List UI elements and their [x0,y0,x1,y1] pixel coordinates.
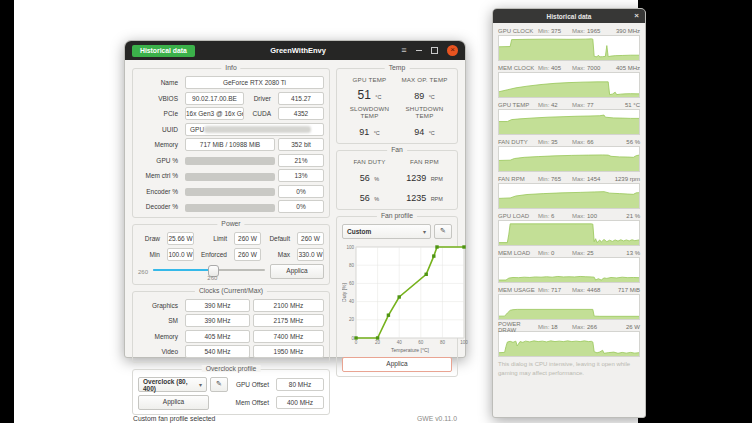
statusbar: Custom fan profile selected GWE v0.11.0 [125,415,465,422]
gpu-usage-bar [185,157,275,165]
graph-current: 51 °C [610,102,640,108]
uuid-label: UUID [138,124,182,135]
history-graph-row: MEM USAGE Min: 717 Max: 4468 717 MiB [498,285,640,320]
overclock-section-title: Overclock profile [202,365,261,372]
graph-max: 4468 [587,287,610,293]
power-default-value: 260 W [297,232,324,245]
power-draw-value: 25.66 W [167,232,194,245]
history-graph-row: MEM CLOCK Min: 405 Max: 7000 405 MHz [498,63,640,98]
graph-min: 18 [551,324,572,330]
historical-data-window: Historical data × GPU CLOCK Min: 375 Max… [492,8,646,418]
gpu-usage-label: GPU % [138,155,182,166]
decoder-usage-label: Decoder % [138,201,182,212]
overclock-apply-button[interactable]: Applica [138,395,209,410]
uuid-prefix: GPU [190,124,204,135]
max-op-temp-label: MAX OP. TEMP [397,76,452,83]
info-section-title: Info [221,64,240,71]
graph-min: 35 [551,139,572,145]
clock-current: 390 MHz [185,299,250,312]
memctrl-usage-label: Mem ctrl % [138,170,182,181]
gpu-clock-history-chart [498,35,640,61]
app-version: GWE v0.11.0 [417,415,457,422]
temp-section: Temp GPU TEMP MAX OP. TEMP 51 °C 89 °C S… [336,68,458,144]
clock-max: 7400 MHz [253,330,324,343]
fan-duty-label: FAN DUTY [342,158,397,165]
svg-text:40: 40 [349,299,355,304]
svg-text:20: 20 [349,317,355,322]
history-graph-row: MEM LOAD Min: 0 Max: 25 13 % [498,248,640,283]
driver-value: 415.27 [278,92,324,105]
power-min-label: Min [138,249,164,260]
svg-text:100: 100 [346,245,354,250]
fan-duty-history-chart [498,146,640,172]
graph-max: 100 [587,213,610,219]
minimize-icon[interactable] [416,50,422,52]
fan-section-title: Fan [387,146,407,153]
historical-window-title: Historical data [547,13,592,20]
info-section: Info Name GeForce RTX 2080 Ti VBIOS 90.0… [132,68,330,218]
pcie-label: PCIe [138,108,182,119]
power-draw-history-chart [498,331,640,357]
overclock-profile-select[interactable]: Overclock (80, 400) ▾ [138,377,207,392]
historical-data-button[interactable]: Historical data [132,45,195,57]
graph-label: MEM CLOCK [498,65,538,71]
mem-usage-history-chart [498,294,640,320]
fan-section: Fan FAN DUTY FAN RPM 56 % 1239 RPM 56 % … [336,150,458,210]
gpu-offset-input[interactable]: 80 MHz [276,378,324,391]
graph-min: 0 [551,250,572,256]
uuid-value: GPU [185,123,324,136]
mem-offset-label: Mem Offset [231,397,273,408]
graph-current: 405 MHz [610,65,640,71]
clocks-section-title: Clocks (Current/Max) [195,287,267,294]
edit-fan-profile-button[interactable]: ✎ [434,224,452,239]
graph-min: 42 [551,102,572,108]
clock-max: 2100 MHz [253,299,324,312]
graph-label: MEM USAGE [498,287,538,293]
svg-text:60: 60 [418,340,424,345]
fan-profile-section: Fan profile Custom ▾ ✎ 02040608010002040… [336,216,458,377]
graph-min: 717 [551,287,572,293]
graph-label: FAN RPM [498,176,538,182]
graph-min: 765 [551,176,572,182]
name-label: Name [138,77,182,88]
history-graph-row: GPU TEMP Min: 42 Max: 77 51 °C [498,100,640,135]
menu-icon[interactable]: ≡ [401,46,406,55]
graph-current: 1239 rpm [610,176,640,182]
status-message: Custom fan profile selected [133,415,215,422]
power-default-label: Default [264,233,294,244]
fan-rpm-value-1: 1239 RPM [397,167,452,185]
graph-max: 266 [587,324,610,330]
fan-duty-value-1: 56 % [342,167,397,185]
mem-offset-input[interactable]: 400 MHz [276,396,324,409]
memctrl-usage-value: 13% [278,169,324,182]
temp-section-title: Temp [385,64,410,71]
fan-profile-apply-button[interactable]: Applica [342,357,452,372]
svg-text:40: 40 [397,340,403,345]
gpu-temp-value: 51 °C [342,85,397,103]
history-graph-row: FAN RPM Min: 765 Max: 1454 1239 rpm [498,174,640,209]
cuda-value: 4352 [278,107,324,120]
graph-label: POWER DRAW [498,321,538,333]
power-limit-label: Limit [197,233,231,244]
power-limit-slider[interactable]: 260 [153,264,265,280]
power-apply-button[interactable]: Applica [270,264,324,279]
edit-overclock-profile-button[interactable]: ✎ [210,377,228,392]
svg-text:Temperature [°C]: Temperature [°C] [391,347,429,353]
clock-label: SM [138,315,182,326]
memory-bus-value: 352 bit [278,138,324,151]
vbios-label: VBIOS [138,93,182,104]
chevron-down-icon: ▾ [423,228,426,235]
mem-load-history-chart [498,257,640,283]
svg-text:80: 80 [440,340,446,345]
desktop-canvas: Historical data GreenWithEnvy ≡ × Info N… [14,0,638,423]
close-icon[interactable]: × [634,9,639,23]
maximize-icon[interactable] [431,47,439,55]
fan-rpm-label: FAN RPM [397,158,452,165]
gpu-offset-label: GPU Offset [231,379,273,390]
fan-curve-chart: 020406080100020406080100Temperature [°C]… [342,242,470,354]
svg-text:20: 20 [375,340,381,345]
graph-min: 375 [551,28,572,34]
fan-profile-select[interactable]: Custom ▾ [342,224,431,239]
close-icon[interactable]: × [447,45,458,56]
graph-current: 717 MiB [610,287,640,293]
